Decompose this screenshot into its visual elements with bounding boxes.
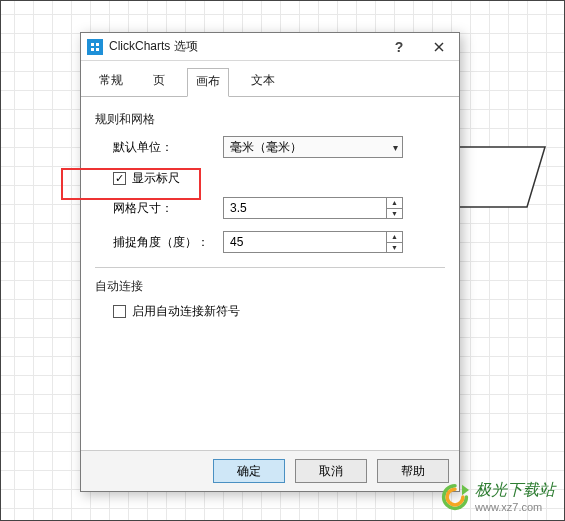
show-rulers-checkbox[interactable]: ✓ 显示标尺 <box>113 170 445 187</box>
default-unit-select[interactable]: 毫米（毫米） ▾ <box>223 136 403 158</box>
titlebar-close-button[interactable] <box>419 33 459 61</box>
watermark-name: 极光下载站 <box>475 480 555 501</box>
app-icon <box>87 39 103 55</box>
tabs-bar: 常规 页 画布 文本 <box>81 61 459 97</box>
spinner-up-icon[interactable]: ▲ <box>387 198 402 209</box>
options-dialog: ClickCharts 选项 ? 常规 页 画布 文本 规则和网格 默认单位： … <box>80 32 460 492</box>
dialog-footer: 确定 取消 帮助 <box>81 450 459 491</box>
svg-rect-2 <box>96 43 99 46</box>
snap-angle-label: 捕捉角度（度）： <box>113 234 223 251</box>
autoconnect-checkbox[interactable]: 启用自动连接新符号 <box>113 303 445 320</box>
snap-angle-value: 45 <box>224 232 386 252</box>
svg-rect-1 <box>91 43 94 46</box>
help-button[interactable]: 帮助 <box>377 459 449 483</box>
group-autoconnect-label: 自动连接 <box>95 278 445 295</box>
spinner-down-icon[interactable]: ▼ <box>387 209 402 219</box>
dialog-body: 规则和网格 默认单位： 毫米（毫米） ▾ ✓ 显示标尺 网格尺寸： 3.5 ▲ … <box>81 97 459 450</box>
ok-button[interactable]: 确定 <box>213 459 285 483</box>
svg-rect-3 <box>91 48 94 51</box>
watermark-logo-icon <box>441 483 469 511</box>
default-unit-value: 毫米（毫米） <box>230 139 302 156</box>
spinner-down-icon[interactable]: ▼ <box>387 243 402 253</box>
show-rulers-label: 显示标尺 <box>132 170 180 187</box>
svg-rect-4 <box>96 48 99 51</box>
tab-canvas[interactable]: 画布 <box>187 68 229 97</box>
tab-general[interactable]: 常规 <box>91 68 131 97</box>
autoconnect-label: 启用自动连接新符号 <box>132 303 240 320</box>
dialog-title: ClickCharts 选项 <box>109 38 198 55</box>
watermark: 极光下载站 www.xz7.com <box>441 480 555 513</box>
checkbox-box-checked: ✓ <box>113 172 126 185</box>
grid-size-row: 网格尺寸： 3.5 ▲ ▼ <box>113 197 445 219</box>
divider <box>95 267 445 268</box>
spinner-up-icon[interactable]: ▲ <box>387 232 402 243</box>
tab-text[interactable]: 文本 <box>243 68 283 97</box>
chevron-down-icon: ▾ <box>393 142 398 153</box>
default-unit-label: 默认单位： <box>113 139 223 156</box>
svg-marker-7 <box>462 484 469 495</box>
titlebar-help-button[interactable]: ? <box>379 33 419 61</box>
tab-page[interactable]: 页 <box>145 68 173 97</box>
cancel-button[interactable]: 取消 <box>295 459 367 483</box>
close-icon <box>434 42 444 52</box>
snap-angle-spinner[interactable]: 45 ▲ ▼ <box>223 231 403 253</box>
snap-angle-row: 捕捉角度（度）： 45 ▲ ▼ <box>113 231 445 253</box>
grid-size-label: 网格尺寸： <box>113 200 223 217</box>
group-rules-label: 规则和网格 <box>95 111 445 128</box>
titlebar: ClickCharts 选项 ? <box>81 33 459 61</box>
checkbox-box-unchecked <box>113 305 126 318</box>
grid-size-value: 3.5 <box>224 198 386 218</box>
default-unit-row: 默认单位： 毫米（毫米） ▾ <box>113 136 445 158</box>
grid-size-spinner[interactable]: 3.5 ▲ ▼ <box>223 197 403 219</box>
watermark-url: www.xz7.com <box>475 501 555 513</box>
